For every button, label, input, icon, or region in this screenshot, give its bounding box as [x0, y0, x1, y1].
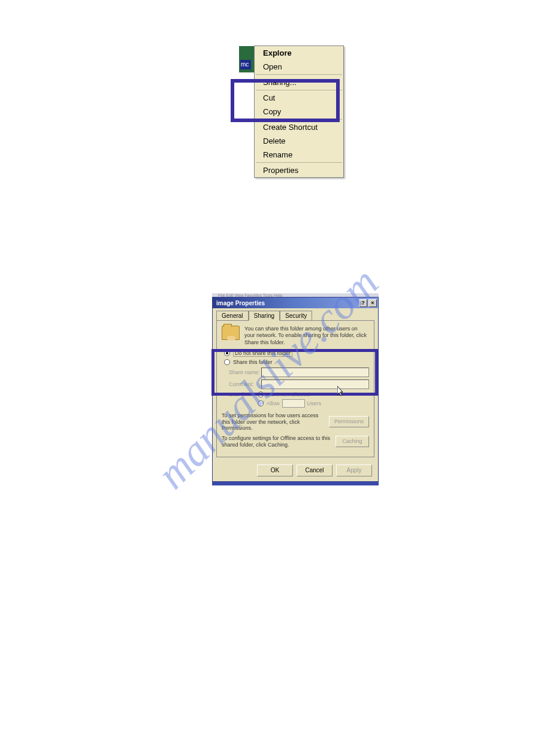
tab-sharing[interactable]: Sharing — [249, 311, 280, 321]
dialog-wrapper: File Edit View Favorites Tools Help imag… — [212, 297, 379, 482]
context-menu-wrapper: mc Explore Open Sharing... Cut Copy Crea… — [239, 45, 344, 178]
titlebar[interactable]: image Properties ? × — [213, 297, 378, 308]
user-limit-label: User limit: — [229, 391, 258, 397]
menu-separator — [256, 162, 342, 163]
caching-text: To configure settings for Offline access… — [222, 435, 332, 448]
sharing-info-text: You can share this folder among other us… — [244, 326, 369, 346]
permissions-text: To set permissions for how users access … — [222, 412, 325, 432]
caching-button[interactable]: Caching — [335, 436, 369, 447]
radio-do-not-share[interactable] — [224, 350, 230, 356]
share-name-label: Share name: — [229, 369, 261, 375]
cursor-icon — [337, 386, 344, 397]
menu-item-create-shortcut[interactable]: Create Shortcut — [255, 120, 343, 134]
menu-item-copy[interactable]: Copy — [255, 105, 343, 119]
max-allowed-label: Maximum allowed — [267, 391, 310, 397]
radio-share-folder[interactable] — [224, 359, 230, 365]
menu-separator — [256, 74, 342, 75]
users-label: Users — [307, 400, 322, 406]
menu-item-cut[interactable]: Cut — [255, 91, 343, 105]
share-folder-label: Share this folder — [233, 359, 273, 365]
menu-separator — [256, 90, 342, 90]
menu-separator — [256, 119, 342, 120]
background-bottom-bar — [212, 482, 379, 485]
menu-item-delete[interactable]: Delete — [255, 134, 343, 148]
menu-item-explore[interactable]: Explore — [255, 46, 343, 60]
tab-strip: General Sharing Security — [213, 308, 378, 320]
radio-allow[interactable] — [258, 400, 264, 406]
permissions-button[interactable]: Permissions — [329, 416, 369, 427]
titlebar-text: image Properties — [216, 300, 265, 306]
share-name-input[interactable] — [261, 368, 369, 377]
comment-label: Comment: — [229, 381, 261, 387]
menu-item-sharing[interactable]: Sharing... — [255, 75, 343, 89]
radio-max-allowed[interactable] — [258, 391, 264, 397]
properties-dialog: image Properties ? × General Sharing Sec… — [212, 297, 379, 482]
ok-button[interactable]: OK — [257, 464, 293, 476]
allow-label: Allow — [267, 400, 280, 406]
tab-general[interactable]: General — [216, 311, 249, 320]
comment-input[interactable] — [261, 379, 369, 389]
dialog-button-row: OK Cancel Apply — [213, 461, 378, 481]
shared-folder-icon — [222, 326, 240, 340]
background-selection-scrap: mc — [240, 60, 251, 69]
menu-item-properties[interactable]: Properties — [255, 163, 343, 177]
close-button[interactable]: × — [368, 299, 377, 307]
help-button[interactable]: ? — [359, 299, 367, 307]
tab-security[interactable]: Security — [280, 311, 312, 320]
apply-button[interactable]: Apply — [336, 464, 372, 476]
do-not-share-label: Do not share this folder — [233, 350, 292, 357]
sharing-panel: You can share this folder among other us… — [216, 320, 374, 457]
allow-count-input[interactable] — [282, 399, 305, 408]
context-menu: Explore Open Sharing... Cut Copy Create … — [254, 45, 344, 178]
menu-item-rename[interactable]: Rename — [255, 148, 343, 162]
menu-item-open[interactable]: Open — [255, 60, 343, 74]
cancel-button[interactable]: Cancel — [297, 464, 333, 476]
